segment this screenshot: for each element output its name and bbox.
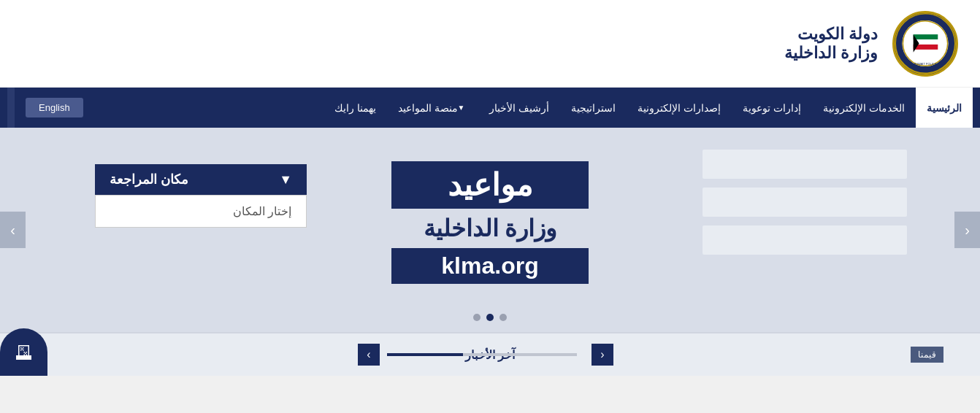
svg-rect-2 [914, 34, 938, 39]
navbar-item-strategy[interactable]: استراتيجية [560, 88, 627, 128]
news-progress-bar [387, 353, 577, 356]
navbar-item-home[interactable]: الرئيسية [916, 88, 973, 128]
header-title-line1: دولة الكويت [784, 25, 878, 44]
ballot-icon: 🗳 [15, 342, 33, 363]
english-button[interactable]: English [26, 98, 83, 117]
bottom-bar: 🗳 آخر الأخبار ‹ › قيمنا [0, 332, 980, 376]
logo-circle: KUWAIT POLICE [892, 11, 958, 77]
navbar-item-matters[interactable]: يهمنا رايك [324, 88, 387, 128]
navbar-item-publications[interactable]: إصدارات الإلكترونية [627, 88, 732, 128]
navbar-item-awareness[interactable]: إدارات توعوية [732, 88, 812, 128]
slider-next-button[interactable]: › [954, 212, 980, 248]
slide-wizara-text: وزارة الداخلية [424, 215, 557, 242]
appointment-form: ▼ مكان المراجعة إختار المكان [95, 164, 307, 228]
navbar-item-e-services[interactable]: الخدمات الإلكترونية [812, 88, 916, 128]
svg-text:KUWAIT POLICE: KUWAIT POLICE [914, 62, 937, 66]
slide-url-text: klma.org [391, 248, 589, 284]
input-field-1[interactable] [703, 150, 907, 179]
slide-center: مواعيد وزارة الداخلية klma.org [391, 161, 589, 284]
dropdown-arrow-icon: ▼ [458, 104, 465, 112]
navbar-item-news[interactable]: أرشيف الأخبار [478, 88, 560, 128]
appointment-dropdown-arrow: ▼ [279, 172, 292, 188]
navbar: الرئيسية الخدمات الإلكترونية إدارات توعو… [0, 88, 980, 128]
qimna-label[interactable]: قيمنا [911, 347, 943, 363]
appointment-location-box[interactable]: ▼ مكان المراجعة [95, 164, 307, 195]
header-title-line2: وزارة الداخلية [784, 44, 878, 63]
bottom-icon-circle: 🗳 [0, 328, 47, 376]
nav-end-block [7, 88, 15, 128]
dot-3[interactable] [499, 314, 507, 321]
navbar-item-appointments[interactable]: ▼ منصة المواعيد [387, 88, 479, 128]
appointment-dropdown[interactable]: إختار المكان [95, 195, 307, 228]
news-next-button[interactable]: › [592, 344, 613, 366]
input-field-3[interactable] [703, 225, 907, 255]
appointment-label: مكان المراجعة [110, 171, 188, 188]
news-prev-button[interactable]: ‹ [358, 344, 380, 366]
main-slider: ‹ ▼ مكان المراجعة إختار المكان مواعيد وز… [0, 128, 980, 332]
input-field-2[interactable] [703, 188, 907, 217]
slider-prev-button[interactable]: ‹ [0, 212, 26, 248]
slide-dots [473, 314, 507, 321]
header-text: دولة الكويت وزارة الداخلية [784, 25, 878, 63]
dot-2[interactable] [486, 314, 494, 321]
dot-1[interactable] [473, 314, 481, 321]
slide-right-inputs [703, 150, 907, 255]
slide-mawaid-text: مواعيد [391, 161, 589, 209]
header: دولة الكويت وزارة الداخلية KUWAIT POLICE [0, 0, 980, 88]
news-progress-fill [387, 353, 463, 356]
